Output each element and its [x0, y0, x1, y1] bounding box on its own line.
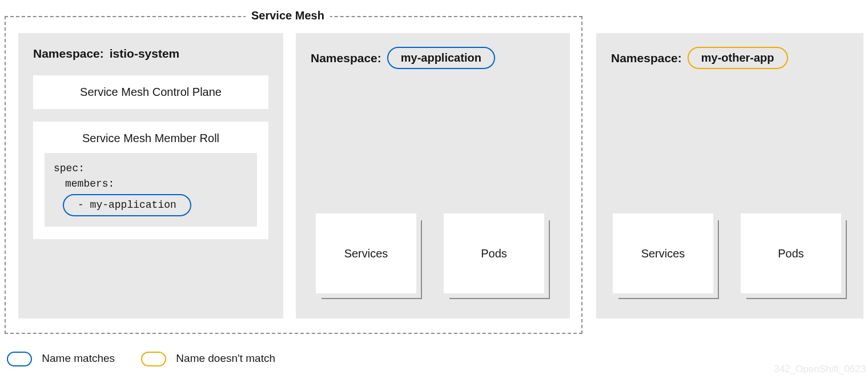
namespace-header: Namespace: my-other-app: [611, 47, 849, 69]
workload-row: Services Pods: [611, 213, 849, 299]
spec-line: spec:: [54, 161, 248, 176]
pods-label: Pods: [741, 213, 841, 293]
namespace-my-application: Namespace: my-application Services Pods: [296, 33, 570, 319]
namespace-header: Namespace: istio-system: [33, 47, 268, 61]
spec-member-match-pill: - my-application: [63, 194, 191, 216]
pods-stack: Pods: [444, 213, 550, 299]
services-label: Services: [613, 213, 713, 293]
services-label: Services: [316, 213, 416, 293]
namespace-my-other-app: Namespace: my-other-app Services Pods: [596, 33, 863, 319]
namespace-name: istio-system: [110, 47, 180, 61]
spec-line: members:: [54, 176, 248, 192]
member-roll-title: Service Mesh Member Roll: [45, 132, 257, 145]
namespace-prefix: Namespace:: [311, 51, 381, 65]
legend: Name matches Name doesn't match: [7, 352, 275, 366]
workload-row: Services Pods: [311, 213, 555, 299]
member-roll-spec: spec: members: - my-application: [45, 153, 257, 227]
legend-item-nomatch: Name doesn't match: [141, 352, 275, 366]
namespace-header: Namespace: my-application: [311, 47, 555, 69]
legend-item-match: Name matches: [7, 352, 115, 366]
pods-stack: Pods: [741, 213, 847, 299]
watermark: 342_OpenShift_0623: [774, 364, 866, 375]
services-stack: Services: [316, 213, 422, 299]
legend-swatch-orange: [141, 352, 166, 366]
namespace-name-match-pill: my-application: [387, 47, 495, 69]
services-stack: Services: [613, 213, 719, 299]
member-roll-card: Service Mesh Member Roll spec: members: …: [33, 122, 268, 239]
namespace-istio-system: Namespace: istio-system Service Mesh Con…: [18, 33, 283, 319]
namespace-prefix: Namespace:: [33, 47, 104, 61]
legend-swatch-blue: [7, 352, 32, 366]
pods-label: Pods: [444, 213, 544, 293]
namespace-name-nomatch-pill: my-other-app: [688, 47, 788, 69]
legend-label: Name matches: [42, 352, 115, 364]
control-plane-card: Service Mesh Control Plane: [33, 75, 268, 109]
namespace-prefix: Namespace:: [611, 51, 682, 65]
legend-label: Name doesn't match: [176, 352, 275, 364]
service-mesh-title: Service Mesh: [246, 9, 330, 22]
